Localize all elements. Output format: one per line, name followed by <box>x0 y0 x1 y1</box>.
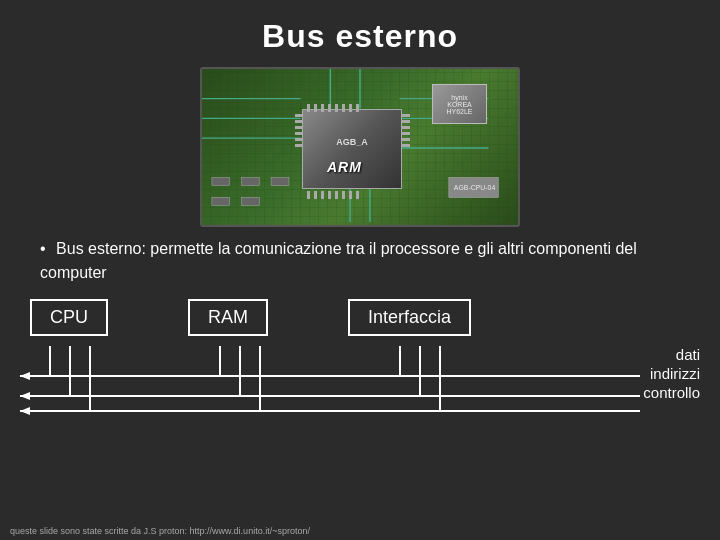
svg-marker-27 <box>20 372 30 380</box>
interfaccia-box: Interfaccia <box>348 299 471 336</box>
svg-rect-13 <box>212 197 230 205</box>
components-row: CPU RAM Interfaccia <box>0 299 720 336</box>
bus-labels: dati indirizzi controllo <box>643 346 700 401</box>
svg-text:AGB-CPU-04: AGB-CPU-04 <box>454 184 496 191</box>
arm-label: ARM <box>327 159 362 175</box>
svg-rect-14 <box>242 197 260 205</box>
chip-pins-left <box>295 114 303 147</box>
cpu-box: CPU <box>30 299 108 336</box>
svg-marker-29 <box>20 392 30 400</box>
svg-marker-31 <box>20 407 30 415</box>
pcb-image-container: AGB-CPU-04 AGB_A ARM hynixKOREAHY62LE <box>0 67 720 227</box>
bullet-dot: • <box>40 240 46 257</box>
bus-label-dati: dati <box>643 346 700 363</box>
bus-label-indirizzi: indirizzi <box>643 365 700 382</box>
page-title: Bus esterno <box>0 0 720 67</box>
ram-box: RAM <box>188 299 268 336</box>
bus-area: dati indirizzi controllo <box>0 346 720 426</box>
main-chip: AGB_A <box>302 109 402 189</box>
bus-label-controllo: controllo <box>643 384 700 401</box>
bus-svg <box>0 346 720 426</box>
svg-rect-12 <box>271 178 289 186</box>
bullet-description: Bus esterno: permette la comunicazione t… <box>40 240 637 281</box>
chip-pins-top <box>307 104 359 112</box>
svg-rect-10 <box>212 178 230 186</box>
chip-pins-right <box>402 114 410 147</box>
svg-rect-11 <box>242 178 260 186</box>
chip-pins-bottom <box>307 191 359 199</box>
bullet-text-container: • Bus esterno: permette la comunicazione… <box>0 237 720 285</box>
chip-small-1: hynixKOREAHY62LE <box>432 84 487 124</box>
pcb-image: AGB-CPU-04 AGB_A ARM hynixKOREAHY62LE <box>200 67 520 227</box>
footer-text: queste slide sono state scritte da J.S p… <box>10 526 310 536</box>
chip-label: AGB_A <box>336 137 368 160</box>
